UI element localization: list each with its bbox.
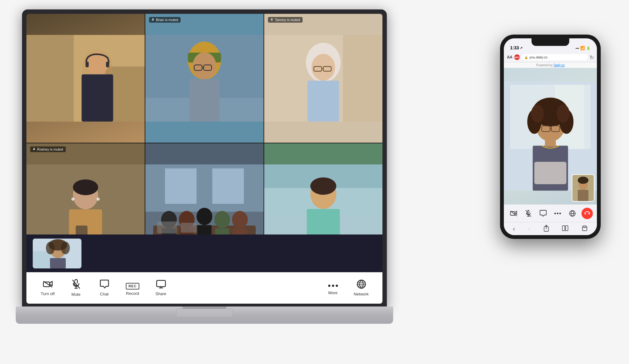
laptop-base	[16, 306, 393, 324]
network-icon	[357, 279, 366, 290]
laptop-trackpad	[176, 308, 233, 317]
phone-browser-nav: ‹ ›	[504, 222, 597, 235]
svg-point-63	[328, 285, 330, 287]
svg-rect-33	[145, 164, 264, 212]
svg-point-53	[310, 177, 337, 195]
mic-slash-icon	[72, 279, 81, 290]
more-button[interactable]: More	[324, 281, 342, 295]
phone-forward-button[interactable]: ›	[528, 225, 530, 232]
monitor-icon	[156, 280, 166, 290]
svg-point-84	[578, 177, 588, 184]
svg-rect-35	[212, 168, 244, 204]
svg-point-77	[557, 105, 570, 123]
laptop-hinge	[182, 306, 226, 309]
network-label: Network	[354, 292, 369, 296]
svg-point-30	[97, 197, 100, 201]
laptop-toolbar: Turn off Mute	[26, 272, 382, 304]
self-view-panel	[26, 234, 382, 272]
svg-rect-24	[308, 81, 339, 122]
phone-reload-button[interactable]: ↻	[590, 54, 594, 60]
table-row: Tammy is muted	[264, 14, 382, 143]
phone-back-button[interactable]: ‹	[513, 225, 515, 232]
phone-mute-video-button[interactable]	[508, 208, 519, 219]
svg-point-43	[214, 211, 230, 228]
svg-point-65	[336, 285, 338, 287]
svg-rect-47	[157, 222, 177, 234]
phone-self-thumbnail	[572, 174, 594, 202]
svg-point-12	[192, 52, 216, 79]
share-label: Share	[155, 291, 166, 296]
table-row	[26, 14, 145, 143]
svg-point-29	[71, 197, 75, 201]
svg-rect-81	[534, 162, 566, 184]
chat-bubble-icon	[100, 279, 109, 290]
phone-book-button[interactable]	[562, 225, 568, 232]
phone-toolbar	[504, 204, 597, 222]
phone-chat-button[interactable]	[537, 208, 549, 219]
video-slash-icon	[43, 280, 53, 290]
svg-point-45	[232, 211, 248, 228]
svg-rect-7	[106, 62, 109, 67]
svg-rect-5	[81, 74, 113, 121]
mute-label: Mute	[71, 292, 81, 297]
record-button[interactable]: REC Record	[124, 280, 141, 296]
share-button[interactable]: Share	[152, 280, 170, 296]
mute-button[interactable]: Mute	[67, 279, 85, 297]
phone-leave-button[interactable]	[582, 208, 593, 219]
phone-device: 1:33 ↗ ▪▪▪ 📶 🔋 AA REC 🔒 you.daily.co	[500, 35, 598, 236]
chat-button[interactable]: Chat	[96, 279, 113, 296]
phone-browser-bar: AA REC 🔒 you.daily.co ↻	[504, 52, 597, 63]
phone-time: 1:33	[510, 45, 519, 50]
svg-point-87	[557, 212, 559, 214]
laptop-lid: Brian is muted	[22, 9, 387, 308]
phone-video-main	[504, 68, 597, 204]
svg-rect-91	[562, 226, 565, 231]
more-label: More	[328, 290, 338, 295]
svg-point-27	[73, 179, 98, 195]
svg-point-86	[554, 212, 556, 214]
phone-network-button[interactable]	[567, 208, 578, 219]
laptop-device: Brian is muted	[16, 9, 393, 324]
svg-rect-94	[583, 226, 586, 227]
self-thumbnail	[33, 239, 81, 268]
phone-more-button[interactable]	[552, 208, 563, 219]
svg-rect-6	[86, 62, 89, 67]
phone-powered-by: Powered by Daily.co	[504, 63, 597, 68]
signal-icon: ▪▪▪	[576, 47, 579, 50]
phone-share-button[interactable]	[543, 225, 549, 233]
svg-rect-18	[343, 35, 382, 122]
table-row: Brian is muted	[145, 14, 264, 143]
svg-point-76	[531, 105, 544, 123]
svg-rect-48	[181, 223, 197, 233]
toolbar-right-group: More Network	[324, 279, 370, 296]
phone-rec-indicator: REC	[514, 54, 520, 60]
phone-aa-button[interactable]: AA	[507, 55, 512, 59]
rec-icon: REC	[126, 280, 139, 290]
svg-point-59	[46, 242, 55, 254]
svg-point-64	[332, 285, 334, 287]
daily-co-link[interactable]: Daily.co	[554, 63, 565, 67]
network-button[interactable]: Network	[353, 279, 370, 296]
svg-rect-16	[189, 79, 219, 122]
wifi-icon: 📶	[580, 46, 585, 50]
ellipsis-icon	[328, 281, 338, 289]
location-icon: ↗	[520, 46, 522, 50]
svg-point-60	[61, 242, 70, 254]
turn-off-button[interactable]: Turn off	[39, 280, 56, 296]
phone-tabs-button[interactable]	[582, 225, 588, 232]
svg-rect-62	[157, 280, 165, 287]
svg-rect-61	[50, 258, 66, 268]
phone-mute-audio-button[interactable]	[523, 208, 534, 219]
record-label: Record	[126, 291, 139, 296]
phone-url-bar[interactable]: 🔒 you.daily.co	[522, 54, 588, 60]
battery-icon: 🔋	[586, 46, 591, 50]
phone-notch	[532, 38, 569, 46]
svg-rect-1	[26, 35, 74, 122]
svg-rect-34	[165, 168, 197, 204]
video-grid: Brian is muted	[26, 14, 382, 272]
toolbar-left-group: Turn off Mute	[39, 279, 170, 297]
svg-rect-92	[565, 226, 568, 231]
chat-label: Chat	[100, 292, 109, 296]
phone-url: you.daily.co	[529, 55, 547, 59]
phone-outer: 1:33 ↗ ▪▪▪ 📶 🔋 AA REC 🔒 you.daily.co	[500, 35, 601, 239]
